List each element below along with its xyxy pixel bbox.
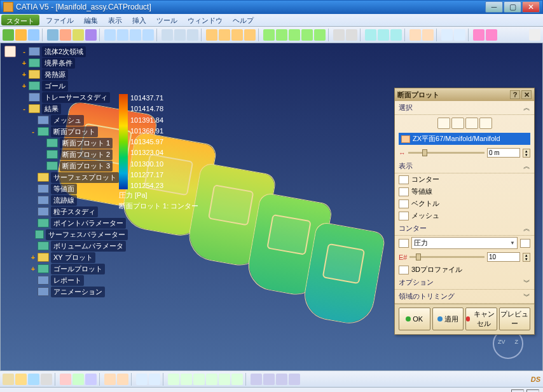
close-button[interactable]: ✕: [522, 1, 540, 13]
tree-node[interactable]: -断面プロット: [29, 126, 128, 137]
normal-view-icon[interactable]: [231, 374, 243, 385]
point-param-icon[interactable]: [263, 29, 275, 41]
solve-icon[interactable]: [130, 29, 141, 41]
zoom-out-icon[interactable]: [219, 374, 230, 385]
variable-edit-icon[interactable]: [520, 239, 530, 248]
menu-file[interactable]: ファイル: [41, 14, 79, 26]
swap-icon[interactable]: [289, 374, 300, 385]
shading-icon[interactable]: [263, 374, 275, 385]
animation-icon[interactable]: [346, 29, 357, 41]
isosurface-icon[interactable]: [231, 29, 243, 41]
screenshot-icon[interactable]: [473, 29, 485, 41]
save-icon[interactable]: [28, 374, 39, 385]
ok-button[interactable]: OK: [399, 308, 430, 330]
new-icon[interactable]: [3, 374, 14, 385]
tree-node[interactable]: サーフェスパラメーター: [29, 229, 128, 240]
copy-icon[interactable]: [72, 374, 84, 385]
offset-input[interactable]: [487, 148, 520, 158]
run-icon[interactable]: [117, 29, 128, 41]
offset-spinner[interactable]: ▴▾: [523, 149, 530, 158]
boundary-condition-icon[interactable]: [60, 29, 71, 41]
tree-node[interactable]: -結果: [20, 103, 128, 114]
mesh-icon[interactable]: [104, 29, 116, 41]
panel-help-button[interactable]: ?: [510, 90, 520, 99]
tree-node[interactable]: +XY プロット: [29, 252, 128, 263]
vectors-toggle[interactable]: ベクトル: [395, 198, 534, 210]
hide-show-icon[interactable]: [276, 374, 287, 385]
tree-node[interactable]: トレーサースタディ: [20, 91, 128, 103]
collapse-icon[interactable]: ︽: [523, 103, 530, 112]
multiview-icon[interactable]: [251, 374, 262, 385]
goal-plot-icon[interactable]: [314, 29, 326, 41]
plane-custom-icon[interactable]: [479, 118, 492, 129]
menu-tools[interactable]: ツール: [151, 14, 182, 26]
minimize-button[interactable]: ─: [485, 1, 503, 13]
surface-param-icon[interactable]: [276, 29, 287, 41]
collapse-icon[interactable]: ︽: [523, 161, 530, 171]
workbench-icon[interactable]: [529, 29, 540, 41]
tree-node[interactable]: 断面プロット 2: [38, 149, 128, 160]
panel-close-button[interactable]: ✕: [521, 90, 532, 99]
levels-input[interactable]: [487, 252, 520, 262]
graphics-area[interactable]: -流体2次領域+境界条件+発熱源+ゴールトレーサースタディ-結果メッシュ-断面プ…: [0, 43, 543, 370]
parametric-icon[interactable]: [187, 29, 198, 41]
preview-button[interactable]: プレビュー: [499, 308, 531, 330]
units-icon[interactable]: [28, 29, 39, 41]
cancel-button[interactable]: キャンセル: [465, 308, 497, 330]
wizard-icon[interactable]: [3, 29, 14, 41]
tree-node[interactable]: +境界条件: [20, 57, 128, 69]
menu-insert[interactable]: 挿入: [127, 14, 151, 26]
levels-slider[interactable]: [409, 256, 485, 258]
levels-spinner[interactable]: ▴▾: [523, 253, 530, 262]
tree-node[interactable]: 流跡線: [29, 194, 128, 206]
tree-node[interactable]: 断面プロット 3: [38, 160, 128, 172]
expand-icon[interactable]: ︾: [523, 292, 530, 301]
paste-icon[interactable]: [85, 374, 97, 385]
tree-node[interactable]: 粒子スタディ: [29, 206, 128, 217]
color-bar-icon[interactable]: [390, 29, 402, 41]
menu-view[interactable]: 表示: [103, 14, 127, 26]
general-settings-icon[interactable]: [15, 29, 27, 41]
zoom-fit-icon[interactable]: [454, 29, 465, 41]
cut-icon[interactable]: [60, 374, 71, 385]
cut-plot-icon[interactable]: [206, 29, 217, 41]
tree-node[interactable]: -流体2次領域: [20, 46, 128, 57]
offset-slider[interactable]: [408, 152, 485, 154]
tree-node[interactable]: メッシュ: [29, 114, 128, 126]
scene-icon[interactable]: [174, 29, 186, 41]
maximize-button[interactable]: ▢: [504, 1, 521, 13]
compass-icon[interactable]: [4, 46, 16, 57]
help-icon[interactable]: [486, 29, 497, 41]
contour-toggle[interactable]: コンター: [395, 173, 534, 186]
tree-node[interactable]: +発熱源: [20, 69, 128, 80]
selection-field[interactable]: ZX平面67/Manifold/Manifold: [399, 133, 530, 145]
goal-icon[interactable]: [85, 29, 97, 41]
view-orientation-icon[interactable]: [441, 29, 453, 41]
display-icon[interactable]: [378, 29, 389, 41]
tree-node[interactable]: +ゴール: [20, 80, 128, 91]
tree-node[interactable]: +ゴールプロット: [29, 263, 128, 274]
isolines-toggle[interactable]: 等値線: [395, 186, 534, 198]
load-results-icon[interactable]: [162, 29, 173, 41]
collapse-icon[interactable]: ︽: [523, 224, 530, 233]
tree-node[interactable]: 断面プロット 1: [38, 137, 128, 149]
tree-node[interactable]: アニメーション: [29, 286, 128, 297]
redo-icon[interactable]: [117, 374, 128, 385]
batch-icon[interactable]: [142, 29, 154, 41]
report-icon[interactable]: [333, 29, 345, 41]
undo-icon[interactable]: [104, 374, 116, 385]
plane-right-icon[interactable]: [465, 118, 478, 129]
expand-icon[interactable]: ︾: [523, 278, 530, 287]
heat-source-icon[interactable]: [72, 29, 84, 41]
variable-select[interactable]: 圧力▼: [411, 237, 518, 249]
tree-node[interactable]: ポイントパラメーター: [29, 217, 128, 229]
zoom-in-icon[interactable]: [206, 374, 217, 385]
menu-help[interactable]: ヘルプ: [228, 14, 259, 26]
tree-node[interactable]: レポート: [29, 274, 128, 286]
plane-top-icon[interactable]: [451, 118, 464, 129]
tree-node[interactable]: サーフェスプロット: [29, 172, 128, 183]
profile3d-toggle[interactable]: 3Dプロファイル: [395, 264, 534, 276]
lighting-icon[interactable]: [365, 29, 376, 41]
geometry-icon[interactable]: [409, 29, 421, 41]
specification-tree[interactable]: -流体2次領域+境界条件+発熱源+ゴールトレーサースタディ-結果メッシュ-断面プ…: [20, 46, 128, 297]
